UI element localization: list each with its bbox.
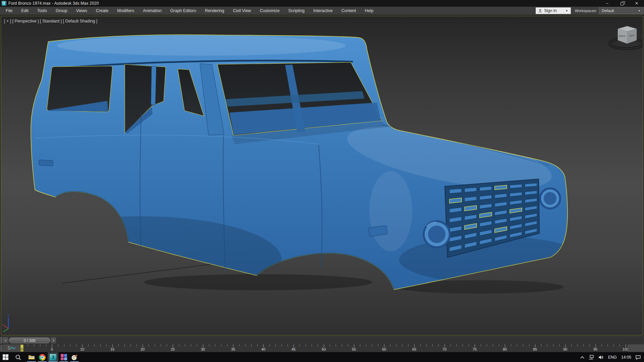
viewport-scene: BACK LEFT z	[1, 16, 643, 336]
world-axis-gizmo: z	[2, 313, 9, 332]
chevron-down-icon: ▼	[566, 9, 568, 12]
vent-divider	[151, 66, 156, 105]
hidden-icons-chevron[interactable]	[580, 356, 584, 359]
windows-logo-icon	[3, 354, 8, 360]
ruler-label-55: 55	[352, 347, 356, 351]
ruler-label-20: 20	[141, 347, 145, 351]
chrome-icon	[39, 354, 46, 361]
ruler-label-90: 90	[563, 347, 567, 351]
menu-create[interactable]: Create	[92, 7, 113, 15]
window-controls: – ✕	[600, 0, 644, 7]
ruler-label-75: 75	[473, 347, 477, 351]
menu-graph-editors[interactable]: Graph Editors	[166, 7, 201, 15]
taskbar-file-explorer[interactable]	[26, 352, 37, 362]
workspaces-label: Workspaces:	[575, 9, 597, 13]
time-slider-track[interactable]	[7, 338, 643, 343]
3ds-max-window: 3 Ford Bronco 1974.max - Autodesk 3ds Ma…	[0, 0, 644, 362]
start-button[interactable]	[0, 352, 11, 362]
menu-animation[interactable]: Animation	[139, 7, 166, 15]
sign-in-button[interactable]: Sign In ▼	[536, 7, 571, 14]
ruler-label-15: 15	[110, 347, 114, 351]
menu-group[interactable]: Group	[51, 7, 72, 15]
menu-content[interactable]: Content	[337, 7, 361, 15]
menu-interactive[interactable]: Interactive	[309, 7, 337, 15]
restore-button[interactable]	[614, 0, 629, 7]
clock[interactable]: 14:05	[621, 355, 631, 360]
menu-bar: FileEditToolsGroupViewsCreateModifiersAn…	[0, 7, 644, 15]
menu-file[interactable]: File	[1, 7, 17, 15]
person-icon	[538, 9, 542, 13]
headlight-left	[423, 220, 451, 248]
minimize-button[interactable]: –	[600, 0, 614, 7]
search-icon	[15, 354, 21, 360]
ruler-label-85: 85	[533, 347, 537, 351]
menu-civil-view[interactable]: Civil View	[228, 7, 255, 15]
close-button[interactable]: ✕	[629, 0, 644, 7]
network-icon[interactable]	[589, 355, 594, 360]
perspective-viewport[interactable]: [ + ] [ Perspective ] [ Standard ] [ Def…	[1, 16, 643, 336]
ruler-label-70: 70	[442, 347, 446, 351]
taskbar-3ds-max[interactable]: 3	[48, 352, 58, 362]
workspace-value: Default	[602, 9, 614, 13]
ruler-label-95: 95	[593, 347, 597, 351]
chevron-down-icon: ▼	[638, 9, 641, 12]
viewport-label[interactable]: [ + ] [ Perspective ] [ Standard ] [ Def…	[4, 19, 97, 23]
ruler-label-80: 80	[503, 347, 507, 351]
language-indicator[interactable]: ENG	[608, 355, 617, 360]
3ds-max-logo-icon: 3	[2, 1, 6, 6]
next-frame-button[interactable]: >	[51, 338, 56, 343]
speaker-icon[interactable]	[598, 355, 604, 360]
viewport-frame: [ + ] [ Perspective ] [ Standard ] [ Def…	[0, 15, 644, 336]
workspace-dropdown[interactable]: Default ▼	[599, 7, 643, 14]
taskbar: 3	[0, 352, 644, 362]
title-bar: 3 Ford Bronco 1974.max - Autodesk 3ds Ma…	[0, 0, 644, 7]
ruler-label-60: 60	[382, 347, 386, 351]
taskbar-pink-blue-grid-app[interactable]	[58, 352, 69, 362]
ruler-label-10: 10	[80, 347, 84, 351]
menu-rendering[interactable]: Rendering	[201, 7, 229, 15]
3ds-max-icon: 3	[50, 354, 56, 361]
z-axis-label: z	[8, 313, 9, 317]
time-slider-row: < 0 / 100 >	[0, 336, 644, 344]
ruler-label-25: 25	[171, 347, 175, 351]
ruler-label-30: 30	[201, 347, 205, 351]
file-explorer-icon	[28, 354, 35, 360]
viewcube-back-label[interactable]: BACK	[619, 35, 625, 37]
taskbar-palette-app[interactable]	[69, 352, 80, 362]
ruler-label-35: 35	[231, 347, 235, 351]
menu-tools[interactable]: Tools	[33, 7, 51, 15]
ruler-label-40: 40	[261, 347, 265, 351]
car-shadow	[144, 274, 372, 290]
rear-marker-light	[39, 160, 53, 166]
track-bar: 0510152025303540455055606570758085909510…	[0, 344, 644, 352]
time-slider-handle[interactable]: 0 / 100	[9, 338, 50, 343]
previous-frame-button[interactable]: <	[3, 338, 8, 343]
menu-help[interactable]: Help	[361, 7, 378, 15]
ruler-label-0: 0	[21, 347, 23, 351]
headlight-right	[539, 187, 561, 209]
pink-blue-grid-icon	[61, 354, 67, 360]
toolbar-grip[interactable]	[0, 337, 2, 343]
taskbar-search-button[interactable]	[13, 352, 23, 362]
menu-scripting[interactable]: Scripting	[284, 7, 309, 15]
ruler-label-45: 45	[291, 347, 296, 351]
ruler-label-65: 65	[412, 347, 416, 351]
menu-edit[interactable]: Edit	[17, 7, 33, 15]
window-title: Ford Bronco 1974.max - Autodesk 3ds Max …	[8, 1, 99, 6]
taskbar-chrome[interactable]	[37, 352, 48, 362]
action-center-icon[interactable]	[636, 355, 641, 360]
menu-items: FileEditToolsGroupViewsCreateModifiersAn…	[0, 7, 378, 15]
ruler-label-5: 5	[51, 347, 53, 351]
system-tray: ENG 14:05	[580, 355, 644, 360]
timeline-ruler[interactable]: 0510152025303540455055606570758085909510…	[0, 344, 628, 352]
menu-right: Sign In ▼ Workspaces: Default ▼	[536, 7, 644, 15]
palette-icon	[71, 354, 78, 361]
menu-views[interactable]: Views	[72, 7, 92, 15]
bronco-body-model[interactable]	[1, 35, 587, 303]
menu-modifiers[interactable]: Modifiers	[113, 7, 139, 15]
ruler-end-cap	[628, 344, 644, 352]
menu-customize[interactable]: Customize	[255, 7, 284, 15]
viewcube[interactable]: BACK LEFT	[610, 26, 643, 49]
viewcube-left-label[interactable]: LEFT	[629, 35, 635, 37]
sign-in-label: Sign In	[544, 8, 556, 13]
